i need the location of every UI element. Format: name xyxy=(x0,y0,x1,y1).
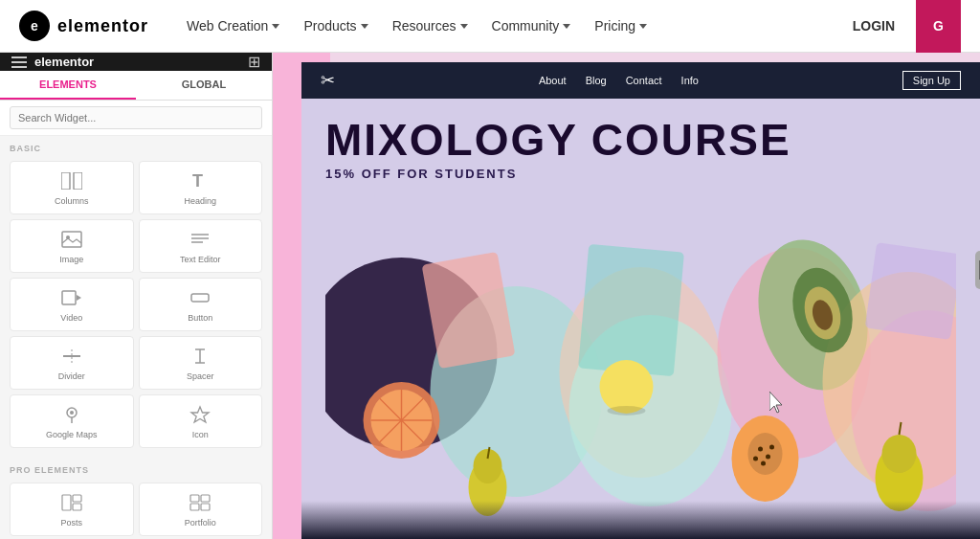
blob-area xyxy=(325,200,956,526)
svg-marker-19 xyxy=(191,407,209,422)
svg-rect-8 xyxy=(62,291,76,304)
pro-section: PRO ELEMENTS Posts Portfolio xyxy=(0,458,272,539)
bottom-fade xyxy=(301,501,980,539)
pro-section-label: PRO ELEMENTS xyxy=(10,462,262,478)
svg-point-18 xyxy=(70,411,74,415)
svg-rect-20 xyxy=(62,495,71,510)
widget-image-label: Image xyxy=(59,255,83,264)
nav-community[interactable]: Community xyxy=(482,12,581,39)
logo-text: elementor xyxy=(57,16,148,36)
posts-icon xyxy=(60,491,83,514)
svg-rect-3 xyxy=(62,232,81,247)
editor-search xyxy=(0,101,272,136)
svg-rect-41 xyxy=(578,244,684,376)
widget-grid-pro: Posts Portfolio Slides xyxy=(10,483,262,539)
widget-button-label: Button xyxy=(188,313,212,323)
site-nav-signup[interactable]: Sign Up xyxy=(902,71,961,90)
svg-marker-9 xyxy=(77,295,81,301)
svg-point-61 xyxy=(766,455,770,460)
svg-rect-23 xyxy=(190,495,199,502)
basic-section-label: BASIC xyxy=(10,141,262,156)
svg-point-60 xyxy=(758,447,763,452)
canvas-area: ✂ About Blog Contact Info Sign Up MIXOLO… xyxy=(273,53,980,539)
svg-point-54 xyxy=(608,406,646,415)
site-nav-contact[interactable]: Contact xyxy=(626,75,662,86)
tab-elements[interactable]: ELEMENTS xyxy=(0,71,136,100)
widget-spacer[interactable]: Spacer xyxy=(139,336,263,390)
logo[interactable]: e elementor xyxy=(19,11,148,41)
chevron-down-icon xyxy=(361,24,368,29)
svg-rect-46 xyxy=(865,242,956,340)
nav-resources[interactable]: Resources xyxy=(383,12,478,39)
nav-web-creation[interactable]: Web Creation xyxy=(177,12,289,39)
video-icon xyxy=(60,286,83,309)
widget-columns-label: Columns xyxy=(55,196,89,206)
widget-video-label: Video xyxy=(60,313,82,323)
chevron-down-icon xyxy=(272,24,279,29)
svg-rect-1 xyxy=(74,172,82,190)
heading-icon: T xyxy=(189,169,212,192)
login-button[interactable]: LOGIN xyxy=(841,12,906,39)
widget-divider[interactable]: Divider xyxy=(10,336,134,390)
inner-canvas: ✂ About Blog Contact Info Sign Up MIXOLO… xyxy=(301,62,980,539)
google-maps-icon xyxy=(60,403,83,426)
widget-text-editor[interactable]: Text Editor xyxy=(139,219,263,273)
text-editor-icon xyxy=(189,228,212,251)
svg-text:T: T xyxy=(192,171,203,191)
logo-icon-letter: e xyxy=(31,18,38,34)
site-logo: ✂ xyxy=(321,70,335,91)
editor-topbar: elementor ⊞ xyxy=(0,53,272,71)
get-started-button[interactable]: G xyxy=(916,0,961,53)
widget-portfolio[interactable]: Portfolio xyxy=(139,483,263,536)
editor-panel: elementor ⊞ ELEMENTS GLOBAL BASIC Column… xyxy=(0,53,273,539)
site-nav-info[interactable]: Info xyxy=(681,75,699,86)
spacer-icon xyxy=(189,345,212,368)
top-navigation: e elementor Web Creation Products Resour… xyxy=(0,0,980,53)
nav-pricing[interactable]: Pricing xyxy=(585,12,657,39)
widget-columns[interactable]: Columns xyxy=(10,161,134,214)
svg-rect-24 xyxy=(201,495,210,502)
nav-products[interactable]: Products xyxy=(294,12,377,39)
site-nav-about[interactable]: About xyxy=(539,75,567,86)
widget-posts[interactable]: Posts xyxy=(10,483,134,536)
widget-video[interactable]: Video xyxy=(10,278,134,331)
svg-rect-22 xyxy=(73,504,81,510)
editor-tabs: ELEMENTS GLOBAL xyxy=(0,71,272,101)
grid-icon[interactable]: ⊞ xyxy=(248,53,260,71)
logo-icon: e xyxy=(19,11,50,41)
hero-subtitle: 15% OFF FOR STUDENTS xyxy=(325,167,956,181)
editor-topbar-left: elementor xyxy=(11,55,94,69)
widget-divider-label: Divider xyxy=(58,371,85,381)
svg-rect-21 xyxy=(73,495,81,502)
widget-google-maps[interactable]: Google Maps xyxy=(10,394,134,448)
icon-widget-icon xyxy=(189,403,212,426)
widget-grid-basic: Columns T Heading Image xyxy=(10,161,262,448)
svg-rect-10 xyxy=(191,294,209,302)
divider-icon xyxy=(60,345,83,368)
site-nav-items: About Blog Contact Info xyxy=(539,75,699,86)
site-nav-blog[interactable]: Blog xyxy=(586,75,607,86)
panel-resize-handle[interactable] xyxy=(975,251,980,289)
svg-point-62 xyxy=(761,461,766,466)
columns-icon xyxy=(60,169,83,192)
widget-heading[interactable]: T Heading xyxy=(139,161,263,214)
nav-right: LOGIN G xyxy=(841,0,961,53)
chevron-down-icon xyxy=(639,24,647,29)
editor-logo-text: elementor xyxy=(34,55,94,69)
svg-rect-0 xyxy=(61,172,70,190)
hero-section: MIXOLOGY COURSE 15% OFF FOR STUDENTS xyxy=(301,99,980,539)
widget-spacer-label: Spacer xyxy=(187,371,214,381)
nav-items: Web Creation Products Resources Communit… xyxy=(177,12,841,39)
image-icon xyxy=(60,228,83,251)
svg-rect-26 xyxy=(201,504,210,510)
chevron-down-icon xyxy=(563,24,570,29)
search-input[interactable] xyxy=(10,106,262,129)
fruit-illustration xyxy=(325,200,956,526)
widget-icon[interactable]: Icon xyxy=(139,394,263,448)
hamburger-icon[interactable] xyxy=(11,56,27,68)
tab-global[interactable]: GLOBAL xyxy=(136,71,272,100)
widget-button[interactable]: Button xyxy=(139,278,263,331)
site-nav: ✂ About Blog Contact Info Sign Up xyxy=(301,62,980,99)
widget-image[interactable]: Image xyxy=(10,219,134,273)
widget-google-maps-label: Google Maps xyxy=(46,430,98,439)
